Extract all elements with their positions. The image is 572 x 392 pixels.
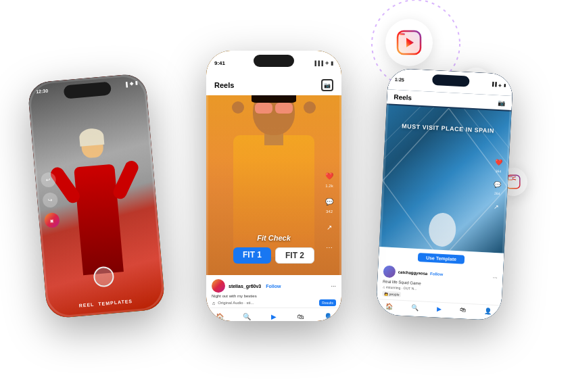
center-user-row: stellas_gr60v3 Follow ···	[206, 275, 341, 294]
fit-check-overlay: Fit Check FIT 1 FIT 2	[206, 234, 341, 264]
left-signal-icon: ▐	[124, 82, 128, 87]
center-like-btn[interactable]: ❤️ 1.2k	[323, 169, 336, 188]
center-nav-shop[interactable]: 🛍	[295, 311, 306, 321]
fit-btn-1[interactable]: FIT 1	[233, 247, 271, 264]
center-nav-search[interactable]: 🔍	[241, 311, 252, 321]
center-username: stellas_gr60v3	[229, 284, 261, 289]
left-wifi-icon: ◈	[129, 81, 133, 87]
right-comment-btn[interactable]: 💬 264	[491, 178, 504, 196]
figure-jacket	[74, 164, 124, 276]
left-time: 12:30	[36, 89, 49, 95]
center-hand-left	[232, 101, 244, 114]
notch-right	[431, 74, 469, 87]
center-nav-reels[interactable]: ▶	[268, 311, 279, 321]
phone-center-screen: 9:41 ▐▐▐ ◈ ▮ Reels 📷 Fit Check FIT 1	[206, 51, 341, 321]
reels-icon-large	[396, 30, 422, 55]
center-more-dots[interactable]: ···	[331, 283, 336, 289]
center-avatar	[212, 279, 225, 293]
phone-left-screen: 12:30 ▐ ◈ ▮ ↩ ↪ ▣ REEL TEMPLATES	[27, 73, 166, 319]
center-wifi: ◈	[325, 60, 329, 66]
right-camera-icon[interactable]: 📷	[498, 99, 506, 106]
center-reels-header: Reels 📷	[206, 75, 341, 95]
right-time: 1:25	[395, 76, 404, 82]
capture-button[interactable]	[93, 266, 115, 288]
right-share-icon: ↗	[490, 201, 503, 214]
center-share-icon: ↗	[323, 220, 336, 234]
right-comment-count: 264	[494, 191, 500, 195]
center-music-icon: ♫	[212, 301, 215, 305]
left-side-icon-2[interactable]: ↪	[42, 192, 58, 208]
center-reels-title: Reels	[214, 81, 234, 89]
phone-center: 9:41 ▐▐▐ ◈ ▮ Reels 📷 Fit Check FIT 1	[206, 51, 341, 321]
right-reels-title: Reels	[394, 93, 412, 101]
right-share-btn[interactable]: ↗	[490, 201, 503, 214]
use-template-btn[interactable]: Use Template	[418, 253, 465, 264]
left-side-icon-1[interactable]: ↩	[41, 172, 57, 188]
svg-rect-4	[400, 33, 405, 35]
center-hand-right	[304, 101, 316, 114]
left-battery-icon: ▮	[135, 80, 138, 86]
fit-check-label: Fit Check	[257, 234, 291, 242]
right-tag-people[interactable]: 🧑 people	[382, 291, 402, 297]
right-wifi: ◈	[498, 82, 502, 87]
center-nav-profile[interactable]: 👤	[323, 311, 333, 321]
float-icon-large	[385, 19, 433, 66]
center-share-btn[interactable]: ↗	[323, 220, 336, 234]
center-follow-btn[interactable]: Follow	[266, 284, 281, 289]
right-avatar	[383, 265, 396, 278]
right-music-icon: ♫	[383, 285, 385, 289]
svg-point-19	[428, 212, 457, 247]
right-comment-icon: 💬	[491, 178, 504, 191]
phone-right-screen: MUST VISIT PLACE IN SPAIN 1:25 ▐▐ ◈ ▮ Re…	[376, 68, 514, 320]
right-like-btn[interactable]: ❤️ 364	[492, 156, 505, 174]
center-comment-count: 342	[326, 210, 333, 214]
capture-area	[93, 266, 115, 288]
center-camera-icon[interactable]: 📷	[321, 79, 333, 91]
svg-line-11	[383, 105, 449, 184]
center-battery: ▮	[331, 60, 333, 66]
right-nav-shop[interactable]: 🛍	[460, 306, 467, 313]
center-more-icon: ⋯	[323, 241, 336, 254]
left-side-icon-ig[interactable]: ▣	[44, 212, 60, 228]
right-username: catchaggysosa	[398, 270, 428, 276]
center-heart-icon: ❤️	[323, 169, 336, 182]
center-nav-home[interactable]: 🏠	[214, 311, 225, 321]
center-bottom-section: stellas_gr60v3 Follow ··· Night out with…	[206, 275, 341, 321]
right-battery: ▮	[504, 82, 506, 87]
right-heart-icon: ❤️	[492, 156, 505, 169]
svg-line-9	[513, 176, 516, 177]
center-results-badge[interactable]: Results	[319, 299, 336, 306]
right-follow-btn[interactable]: Follow	[430, 272, 443, 276]
scene: 12:30 ▐ ◈ ▮ ↩ ↪ ▣ REEL TEMPLATES	[0, 0, 572, 392]
right-signal: ▐▐	[491, 82, 497, 86]
right-like-count: 364	[496, 169, 502, 173]
right-more-dots[interactable]: ···	[493, 274, 498, 280]
center-comment-btn[interactable]: 💬 342	[323, 195, 336, 214]
phone-right: MUST VISIT PLACE IN SPAIN 1:25 ▐▐ ◈ ▮ Re…	[376, 68, 514, 320]
svg-rect-8	[508, 176, 513, 180]
center-camera-symbol: 📷	[324, 82, 331, 89]
center-time: 9:41	[214, 60, 225, 66]
right-nav-reels[interactable]: ▶	[437, 305, 442, 312]
center-status-icons: ▐▐▐ ◈ ▮	[313, 60, 333, 66]
center-nav-bar: 🏠 🔍 ▶ 🛍 👤	[206, 308, 341, 321]
right-nav-search[interactable]: 🔍	[411, 304, 419, 312]
center-audio-row: ♫ Original Audio · sti... Results	[206, 298, 341, 308]
svg-line-10	[513, 179, 516, 180]
center-person-container	[227, 88, 321, 257]
center-sunglasses	[255, 103, 293, 114]
center-comment-icon: 💬	[323, 195, 336, 208]
fit-buttons: FIT 1 FIT 2	[233, 247, 314, 264]
right-status-icons: ▐▐ ◈ ▮	[491, 82, 506, 87]
center-audio-text: Original Audio · sti...	[218, 301, 254, 305]
right-bottom-section: Use Template catchaggysosa Follow ··· Re…	[376, 247, 504, 321]
right-nav-profile[interactable]: 👤	[484, 308, 492, 315]
center-signal: ▐▐▐	[313, 61, 323, 66]
fit-btn-2[interactable]: FIT 2	[275, 247, 314, 264]
center-like-count: 1.2k	[325, 184, 333, 188]
phone-left: 12:30 ▐ ◈ ▮ ↩ ↪ ▣ REEL TEMPLATES	[27, 73, 166, 319]
center-right-icons: ❤️ 1.2k 💬 342 ↗ ⋯	[323, 169, 336, 254]
right-nav-home[interactable]: 🏠	[385, 303, 394, 310]
notch-center	[254, 55, 294, 67]
center-more-btn[interactable]: ⋯	[323, 241, 336, 254]
